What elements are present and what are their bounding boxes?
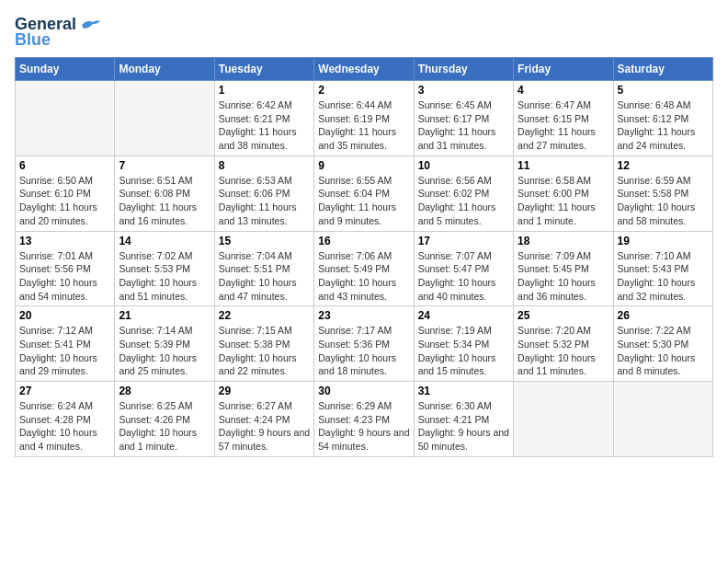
day-info: Sunrise: 6:55 AM Sunset: 6:04 PM Dayligh…	[318, 174, 409, 228]
calendar-cell: 3 Sunrise: 6:45 AM Sunset: 6:17 PM Dayli…	[414, 81, 513, 156]
day-number: 19	[618, 235, 709, 247]
day-number: 3	[418, 84, 509, 97]
day-info: Sunrise: 6:30 AM Sunset: 4:21 PM Dayligh…	[418, 399, 509, 454]
day-info: Sunrise: 7:10 AM Sunset: 5:43 PM Dayligh…	[618, 249, 709, 304]
calendar-cell: 31 Sunrise: 6:30 AM Sunset: 4:21 PM Dayl…	[414, 382, 513, 457]
calendar-cell: 17 Sunrise: 7:07 AM Sunset: 5:47 PM Dayl…	[414, 231, 513, 306]
day-number: 22	[219, 309, 310, 322]
calendar-cell: 25 Sunrise: 7:20 AM Sunset: 5:32 PM Dayl…	[514, 306, 613, 382]
day-number: 17	[418, 235, 509, 247]
calendar-cell: 4 Sunrise: 6:47 AM Sunset: 6:15 PM Dayli…	[514, 81, 613, 156]
calendar-cell: 5 Sunrise: 6:48 AM Sunset: 6:12 PM Dayli…	[613, 81, 712, 156]
day-number: 28	[119, 385, 210, 397]
day-info: Sunrise: 6:24 AM Sunset: 4:28 PM Dayligh…	[19, 399, 110, 454]
day-number: 30	[318, 385, 409, 397]
day-header-wednesday: Wednesday	[314, 58, 414, 81]
day-header-thursday: Thursday	[414, 58, 513, 81]
day-info: Sunrise: 6:44 AM Sunset: 6:19 PM Dayligh…	[318, 98, 409, 153]
day-number: 20	[19, 309, 110, 322]
calendar-cell: 27 Sunrise: 6:24 AM Sunset: 4:28 PM Dayl…	[16, 382, 115, 457]
day-info: Sunrise: 7:14 AM Sunset: 5:39 PM Dayligh…	[119, 324, 210, 378]
day-number: 11	[518, 159, 609, 172]
calendar-cell: 30 Sunrise: 6:29 AM Sunset: 4:23 PM Dayl…	[314, 382, 414, 457]
day-number: 10	[418, 159, 509, 172]
day-info: Sunrise: 7:15 AM Sunset: 5:38 PM Dayligh…	[219, 324, 310, 378]
day-info: Sunrise: 7:20 AM Sunset: 5:32 PM Dayligh…	[518, 324, 609, 378]
calendar-cell: 7 Sunrise: 6:51 AM Sunset: 6:08 PM Dayli…	[115, 155, 214, 231]
logo: General Blue	[15, 15, 100, 50]
calendar-cell: 16 Sunrise: 7:06 AM Sunset: 5:49 PM Dayl…	[314, 231, 414, 306]
calendar-cell: 11 Sunrise: 6:58 AM Sunset: 6:00 PM Dayl…	[514, 155, 613, 231]
day-info: Sunrise: 7:02 AM Sunset: 5:53 PM Dayligh…	[119, 249, 210, 304]
calendar-cell: 15 Sunrise: 7:04 AM Sunset: 5:51 PM Dayl…	[214, 231, 313, 306]
day-info: Sunrise: 6:45 AM Sunset: 6:17 PM Dayligh…	[418, 98, 509, 153]
calendar-cell: 20 Sunrise: 7:12 AM Sunset: 5:41 PM Dayl…	[16, 306, 115, 382]
calendar-cell: 28 Sunrise: 6:25 AM Sunset: 4:26 PM Dayl…	[115, 382, 214, 457]
day-number: 31	[418, 385, 509, 397]
day-header-monday: Monday	[115, 58, 214, 81]
day-number: 15	[219, 235, 310, 247]
day-info: Sunrise: 6:51 AM Sunset: 6:08 PM Dayligh…	[119, 174, 210, 228]
day-number: 6	[19, 159, 110, 172]
calendar-cell	[514, 382, 613, 457]
calendar-cell: 19 Sunrise: 7:10 AM Sunset: 5:43 PM Dayl…	[613, 231, 712, 306]
day-number: 18	[518, 235, 609, 247]
day-info: Sunrise: 7:07 AM Sunset: 5:47 PM Dayligh…	[418, 249, 509, 304]
calendar-cell	[613, 382, 712, 457]
day-info: Sunrise: 6:50 AM Sunset: 6:10 PM Dayligh…	[19, 174, 110, 228]
day-number: 9	[318, 159, 409, 172]
calendar-cell: 14 Sunrise: 7:02 AM Sunset: 5:53 PM Dayl…	[115, 231, 214, 306]
day-number: 21	[119, 309, 210, 322]
calendar-week-5: 27 Sunrise: 6:24 AM Sunset: 4:28 PM Dayl…	[16, 382, 713, 457]
day-info: Sunrise: 6:42 AM Sunset: 6:21 PM Dayligh…	[219, 98, 310, 153]
calendar-cell: 22 Sunrise: 7:15 AM Sunset: 5:38 PM Dayl…	[214, 306, 313, 382]
day-info: Sunrise: 6:25 AM Sunset: 4:26 PM Dayligh…	[119, 399, 210, 454]
day-number: 13	[19, 235, 110, 247]
calendar-week-4: 20 Sunrise: 7:12 AM Sunset: 5:41 PM Dayl…	[16, 306, 713, 382]
day-info: Sunrise: 7:12 AM Sunset: 5:41 PM Dayligh…	[19, 324, 110, 378]
day-number: 23	[318, 309, 409, 322]
calendar-week-2: 6 Sunrise: 6:50 AM Sunset: 6:10 PM Dayli…	[16, 155, 713, 231]
logo-text-blue: Blue	[15, 30, 51, 50]
calendar-cell: 29 Sunrise: 6:27 AM Sunset: 4:24 PM Dayl…	[214, 382, 313, 457]
calendar-cell: 18 Sunrise: 7:09 AM Sunset: 5:45 PM Dayl…	[514, 231, 613, 306]
day-header-tuesday: Tuesday	[214, 58, 313, 81]
day-info: Sunrise: 7:04 AM Sunset: 5:51 PM Dayligh…	[219, 249, 310, 304]
day-info: Sunrise: 6:59 AM Sunset: 5:58 PM Dayligh…	[618, 174, 709, 228]
calendar-cell: 6 Sunrise: 6:50 AM Sunset: 6:10 PM Dayli…	[16, 155, 115, 231]
day-info: Sunrise: 6:27 AM Sunset: 4:24 PM Dayligh…	[219, 399, 310, 454]
day-number: 1	[219, 84, 310, 97]
day-number: 29	[219, 385, 310, 397]
day-header-friday: Friday	[514, 58, 613, 81]
calendar-cell: 1 Sunrise: 6:42 AM Sunset: 6:21 PM Dayli…	[214, 81, 313, 156]
day-info: Sunrise: 6:58 AM Sunset: 6:00 PM Dayligh…	[518, 174, 609, 228]
day-number: 2	[318, 84, 409, 97]
calendar-cell	[16, 81, 115, 156]
day-number: 14	[119, 235, 210, 247]
day-info: Sunrise: 7:01 AM Sunset: 5:56 PM Dayligh…	[19, 249, 110, 304]
day-number: 8	[219, 159, 310, 172]
day-number: 7	[119, 159, 210, 172]
day-info: Sunrise: 7:06 AM Sunset: 5:49 PM Dayligh…	[318, 249, 409, 304]
day-info: Sunrise: 6:48 AM Sunset: 6:12 PM Dayligh…	[618, 98, 709, 153]
day-info: Sunrise: 6:47 AM Sunset: 6:15 PM Dayligh…	[518, 98, 609, 153]
day-number: 26	[618, 309, 709, 322]
calendar-week-3: 13 Sunrise: 7:01 AM Sunset: 5:56 PM Dayl…	[16, 231, 713, 306]
calendar-cell: 2 Sunrise: 6:44 AM Sunset: 6:19 PM Dayli…	[314, 81, 414, 156]
day-number: 5	[618, 84, 709, 97]
day-number: 4	[518, 84, 609, 97]
day-info: Sunrise: 7:19 AM Sunset: 5:34 PM Dayligh…	[418, 324, 509, 378]
day-number: 24	[418, 309, 509, 322]
calendar-cell: 21 Sunrise: 7:14 AM Sunset: 5:39 PM Dayl…	[115, 306, 214, 382]
day-number: 27	[19, 385, 110, 397]
day-header-sunday: Sunday	[16, 58, 115, 81]
day-info: Sunrise: 7:17 AM Sunset: 5:36 PM Dayligh…	[318, 324, 409, 378]
calendar-week-1: 1 Sunrise: 6:42 AM Sunset: 6:21 PM Dayli…	[16, 81, 713, 156]
day-info: Sunrise: 6:29 AM Sunset: 4:23 PM Dayligh…	[318, 399, 409, 454]
calendar-cell: 8 Sunrise: 6:53 AM Sunset: 6:06 PM Dayli…	[214, 155, 313, 231]
calendar-cell: 9 Sunrise: 6:55 AM Sunset: 6:04 PM Dayli…	[314, 155, 414, 231]
day-info: Sunrise: 6:53 AM Sunset: 6:06 PM Dayligh…	[219, 174, 310, 228]
calendar-table: SundayMondayTuesdayWednesdayThursdayFrid…	[15, 57, 713, 457]
calendar-cell: 10 Sunrise: 6:56 AM Sunset: 6:02 PM Dayl…	[414, 155, 513, 231]
day-header-saturday: Saturday	[613, 58, 712, 81]
